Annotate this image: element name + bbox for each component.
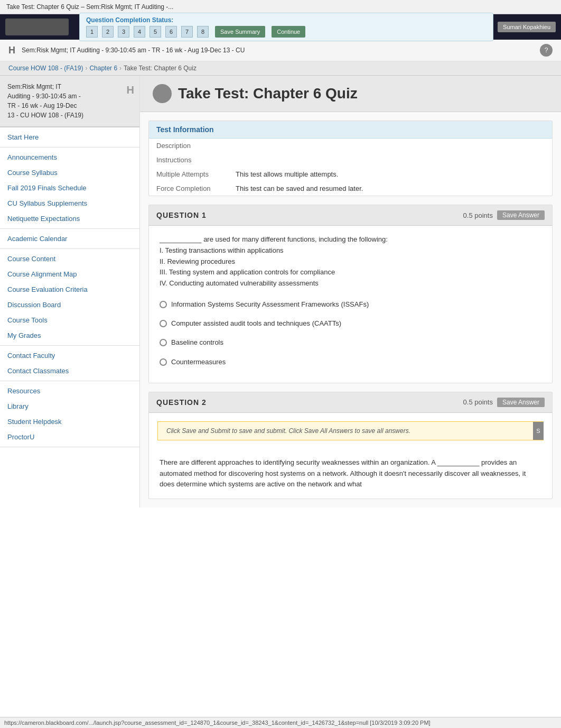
answer-1-option-a: Information Systems Security Assessment … bbox=[160, 298, 541, 311]
sidebar-item-resources[interactable]: Resources bbox=[0, 383, 139, 399]
answer-1-option-d: Countermeasures bbox=[160, 355, 541, 369]
sidebar-item-announcements[interactable]: Announcements bbox=[0, 150, 139, 165]
question-1-label: QUESTION 1 bbox=[156, 211, 207, 219]
question-2-points-badge: Save Answer bbox=[497, 398, 545, 407]
test-info-value-description bbox=[228, 139, 552, 153]
radio-c[interactable] bbox=[160, 339, 167, 346]
sidebar-course-info: Sem:Risk Mgmt; ITAuditing - 9:30-10:45 a… bbox=[0, 76, 139, 127]
breadcrumb-sep-2: › bbox=[119, 64, 121, 72]
save-submit-text: Click Save and Submit to save and submit… bbox=[166, 427, 410, 435]
qc-num-3[interactable]: 3 bbox=[118, 26, 129, 38]
save-submit-bar: Click Save and Submit to save and submit… bbox=[157, 421, 544, 440]
test-info-label-completion: Force Completion bbox=[149, 181, 228, 196]
sidebar-item-student-helpdesk[interactable]: Student Helpdesk bbox=[0, 414, 139, 429]
qc-num-1[interactable]: 1 bbox=[86, 26, 98, 38]
test-info-row-description: Description bbox=[149, 139, 552, 153]
sidebar-item-library[interactable]: Library bbox=[0, 399, 139, 414]
qc-num-5[interactable]: 5 bbox=[149, 26, 161, 38]
test-info-row-attempts: Multiple Attempts This test allows multi… bbox=[149, 167, 552, 181]
sidebar-section-resources: Resources Library Student Helpdesk Proct… bbox=[0, 381, 139, 447]
sidebar-item-discussion-board[interactable]: Discussion Board bbox=[0, 297, 139, 312]
question-2-label: QUESTION 2 bbox=[156, 398, 207, 407]
page-title-bar: Take Test: Chapter 6 Quiz bbox=[140, 76, 561, 112]
sidebar-item-academic-calendar[interactable]: Academic Calendar bbox=[0, 231, 139, 246]
question-2-header: QUESTION 2 0.5 points Save Answer bbox=[149, 392, 552, 413]
sidebar-item-finals-schedule[interactable]: Fall 2019 Finals Schedule bbox=[0, 180, 139, 196]
sidebar-section-contact: Contact Faculty Contact Classmates bbox=[0, 346, 139, 381]
sidebar-item-evaluation-criteria[interactable]: Course Evaluation Criteria bbox=[0, 282, 139, 297]
continue-button[interactable]: Continue bbox=[272, 26, 305, 38]
sidebar-item-my-grades[interactable]: My Grades bbox=[0, 328, 139, 343]
question-2-text: There are different approaches to identi… bbox=[160, 457, 541, 490]
answer-1-option-b: Computer assisted audit tools and techni… bbox=[160, 317, 541, 330]
course-header-h-badge: H bbox=[8, 45, 15, 56]
sidebar-section-start: Start Here bbox=[0, 127, 139, 148]
test-info-row-completion: Force Completion This test can be saved … bbox=[149, 181, 552, 196]
sidebar-h-badge: H bbox=[127, 82, 134, 98]
question-1-section: QUESTION 1 0.5 points Save Answer ______… bbox=[148, 205, 553, 383]
test-info-section: Test Information Description Instruction… bbox=[148, 121, 553, 196]
qc-num-6[interactable]: 6 bbox=[165, 26, 177, 38]
sidebar-item-start-here[interactable]: Start Here bbox=[0, 130, 139, 145]
question-1-blank: ___________ bbox=[160, 235, 202, 243]
radio-a[interactable] bbox=[160, 301, 167, 308]
sidebar-section-nav: Announcements Course Syllabus Fall 2019 … bbox=[0, 148, 139, 229]
sidebar-item-contact-faculty[interactable]: Contact Faculty bbox=[0, 348, 139, 363]
answer-1-d-text: Countermeasures bbox=[171, 357, 226, 367]
breadcrumb-sep-1: › bbox=[85, 64, 87, 72]
qc-numbers: 1 2 3 4 5 6 7 8 Save Summary Continue bbox=[86, 26, 487, 38]
question-2-points-text: 0.5 points bbox=[463, 398, 493, 406]
question-2-body: There are different approaches to identi… bbox=[149, 449, 552, 499]
test-info-label-instructions: Instructions bbox=[149, 153, 228, 167]
breadcrumb-item-course[interactable]: Course HOW 108 - (FA19) bbox=[8, 64, 83, 72]
radio-b[interactable] bbox=[160, 320, 167, 327]
sidebar-item-contact-classmates[interactable]: Contact Classmates bbox=[0, 363, 139, 379]
question-completion-bar: Question Completion Status: 1 2 3 4 5 6 … bbox=[79, 13, 493, 41]
question-2-points: 0.5 points Save Answer bbox=[463, 398, 545, 407]
tab-title: Take Test: Chapter 6 Quiz – Sem:Risk Mgm… bbox=[6, 3, 173, 11]
breadcrumb-item-chapter[interactable]: Chapter 6 bbox=[89, 64, 117, 72]
answer-1-a-text: Information Systems Security Assessment … bbox=[171, 300, 369, 309]
question-1-points: 0.5 points Save Answer bbox=[463, 210, 545, 220]
test-info-row-instructions: Instructions bbox=[149, 153, 552, 167]
sidebar-item-syllabus-supplements[interactable]: CU Syllabus Supplements bbox=[0, 196, 139, 211]
main-layout: Sem:Risk Mgmt; ITAuditing - 9:30-10:45 a… bbox=[0, 76, 561, 508]
sidebar-item-netiquette[interactable]: Netiquette Expectations bbox=[0, 211, 139, 226]
sidebar-item-course-syllabus[interactable]: Course Syllabus bbox=[0, 165, 139, 180]
help-button[interactable]: ? bbox=[540, 44, 553, 57]
save-summary-button[interactable]: Save Summary bbox=[215, 26, 265, 38]
test-info-value-instructions bbox=[228, 153, 552, 167]
sidebar-item-course-tools[interactable]: Course Tools bbox=[0, 312, 139, 328]
qc-num-7[interactable]: 7 bbox=[181, 26, 193, 38]
browser-tab: Take Test: Chapter 6 Quiz – Sem:Risk Mgm… bbox=[0, 0, 561, 14]
answer-1-c-text: Baseline controls bbox=[171, 338, 223, 347]
user-info: Sumari Kopakhieu bbox=[498, 22, 556, 32]
top-nav: Question Completion Status: 1 2 3 4 5 6 … bbox=[0, 14, 561, 40]
test-info-table: Description Instructions Multiple Attemp… bbox=[149, 139, 552, 196]
breadcrumb: Course HOW 108 - (FA19) › Chapter 6 › Ta… bbox=[0, 61, 561, 76]
radio-d[interactable] bbox=[160, 358, 167, 366]
sidebar-item-proctoru[interactable]: ProctorU bbox=[0, 429, 139, 445]
test-info-value-attempts: This test allows multiple attempts. bbox=[228, 167, 552, 181]
sidebar-item-alignment-map[interactable]: Course Alignment Map bbox=[0, 266, 139, 282]
answer-1-b-text: Computer assisted audit tools and techni… bbox=[171, 319, 341, 328]
question-1-header: QUESTION 1 0.5 points Save Answer bbox=[149, 205, 552, 226]
page-title-icon bbox=[153, 84, 172, 103]
qc-label: Question Completion Status: bbox=[86, 16, 487, 24]
question-2-section: QUESTION 2 0.5 points Save Answer Click … bbox=[148, 392, 553, 499]
test-info-title: Test Information bbox=[156, 125, 214, 134]
question-1-body: ___________ are used for many different … bbox=[149, 226, 552, 383]
breadcrumb-item-current: Take Test: Chapter 6 Quiz bbox=[124, 64, 197, 72]
sidebar-item-course-content[interactable]: Course Content bbox=[0, 251, 139, 266]
question-1-text: ___________ are used for many different … bbox=[160, 234, 541, 289]
qc-num-2[interactable]: 2 bbox=[102, 26, 114, 38]
course-title: Sem:Risk Mgmt; IT Auditing - 9:30-10:45 … bbox=[22, 47, 536, 54]
test-info-value-completion: This test can be saved and resumed later… bbox=[228, 181, 552, 196]
qc-num-4[interactable]: 4 bbox=[134, 26, 145, 38]
qc-num-8[interactable]: 8 bbox=[197, 26, 209, 38]
test-info-header: Test Information bbox=[149, 121, 552, 139]
page-title: Take Test: Chapter 6 Quiz bbox=[178, 85, 358, 102]
question-1-points-text: 0.5 points bbox=[463, 211, 493, 219]
question-1-points-badge: Save Answer bbox=[497, 210, 545, 220]
sidebar: Sem:Risk Mgmt; ITAuditing - 9:30-10:45 a… bbox=[0, 76, 140, 508]
